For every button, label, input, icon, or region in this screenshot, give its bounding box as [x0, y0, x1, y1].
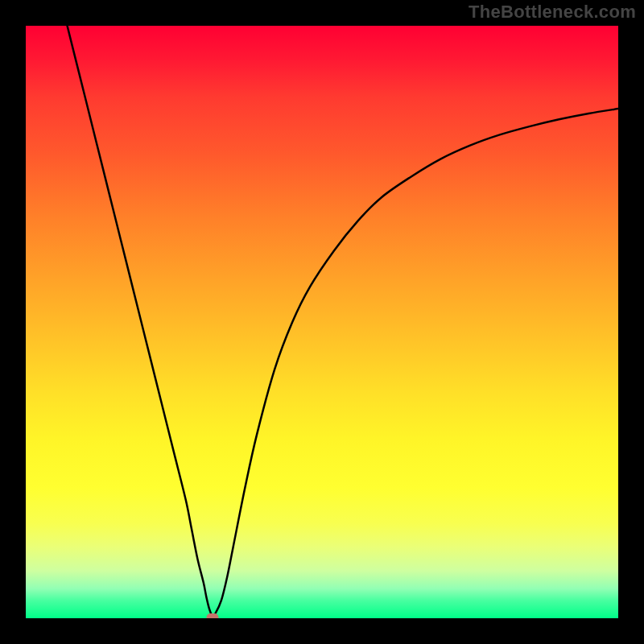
- curve-svg: [26, 26, 618, 618]
- curve-line: [68, 26, 618, 616]
- watermark-text: TheBottleneck.com: [469, 2, 636, 23]
- chart-frame: TheBottleneck.com: [0, 0, 644, 644]
- chart-plot-area: [26, 26, 618, 618]
- min-marker-icon: [206, 613, 218, 618]
